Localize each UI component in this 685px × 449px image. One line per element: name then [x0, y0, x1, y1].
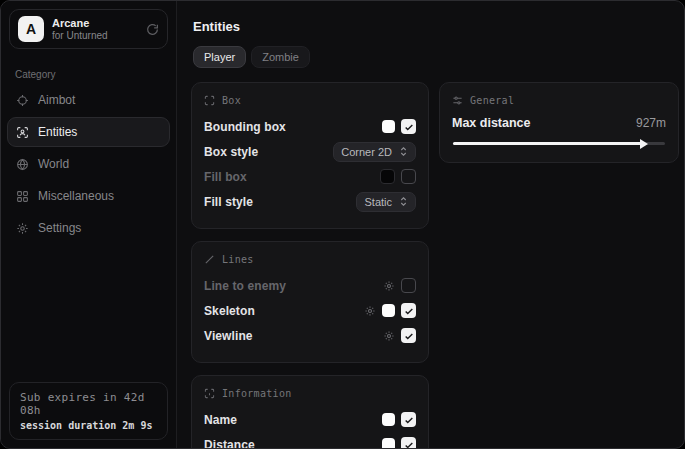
- color-swatch[interactable]: [382, 413, 395, 426]
- diagonal-line-icon: [204, 254, 215, 265]
- sidebar-item-label: World: [38, 157, 69, 171]
- sidebar-item-label: Miscellaneous: [38, 189, 114, 203]
- sidebar-nav: Aimbot Entities World Miscellaneous: [1, 84, 176, 244]
- sidebar-item-label: Entities: [38, 125, 77, 139]
- bounding-box-checkbox[interactable]: [401, 119, 416, 134]
- sidebar-item-label: Aimbot: [38, 93, 75, 107]
- row-label: Name: [204, 413, 237, 427]
- setting-row-box-style: Box style Corner 2D: [204, 141, 416, 162]
- section-title: Box: [222, 95, 241, 106]
- color-swatch[interactable]: [380, 169, 395, 184]
- category-label: Category: [15, 69, 176, 80]
- app-name: Arcane: [52, 17, 138, 30]
- tab-player[interactable]: Player: [193, 46, 246, 68]
- globe-icon: [16, 158, 29, 171]
- setting-row-distance: Distance: [204, 434, 416, 449]
- section-title: Lines: [222, 254, 254, 265]
- gear-icon: [16, 222, 29, 235]
- fill-style-dropdown[interactable]: Static: [356, 192, 416, 212]
- app-subtitle: for Unturned: [52, 30, 138, 42]
- name-checkbox[interactable]: [401, 412, 416, 427]
- sync-icon[interactable]: [146, 23, 159, 36]
- setting-row-name: Name: [204, 409, 416, 430]
- select-unfold-icon: [399, 146, 408, 157]
- row-label: Viewline: [204, 329, 253, 343]
- max-distance-slider[interactable]: [453, 138, 665, 148]
- lines-section: Lines Line to enemy Skeleton: [191, 241, 429, 363]
- row-label: Fill box: [204, 170, 247, 184]
- subscription-card: Sub expires in 42d 08h session duration …: [9, 382, 168, 440]
- row-label: Bounding box: [204, 120, 286, 134]
- corners-icon: [204, 95, 215, 106]
- row-label: Skeleton: [204, 304, 255, 318]
- setting-row-skeleton: Skeleton: [204, 300, 416, 321]
- line-to-enemy-checkbox[interactable]: [401, 278, 416, 293]
- fill-box-checkbox[interactable]: [401, 169, 416, 184]
- color-swatch[interactable]: [382, 438, 395, 449]
- dropdown-value: Corner 2D: [341, 146, 392, 158]
- section-title: Information: [222, 388, 292, 399]
- setting-row-line-to-enemy: Line to enemy: [204, 275, 416, 296]
- row-settings-gear-icon[interactable]: [383, 330, 395, 342]
- session-duration-text: session duration 2m 9s: [20, 420, 157, 431]
- logo-card: A Arcane for Unturned: [9, 9, 168, 49]
- skeleton-checkbox[interactable]: [401, 303, 416, 318]
- distance-checkbox[interactable]: [401, 437, 416, 449]
- sliders-icon: [452, 95, 463, 106]
- row-settings-gear-icon[interactable]: [383, 280, 395, 292]
- max-distance-label: Max distance: [452, 116, 531, 130]
- sidebar-item-settings[interactable]: Settings: [7, 213, 170, 243]
- tab-bar: Player Zombie: [193, 46, 679, 68]
- main-panel: Entities Player Zombie Box Bounding box: [177, 1, 685, 448]
- sidebar-item-aimbot[interactable]: Aimbot: [7, 85, 170, 115]
- slider-thumb[interactable]: [640, 139, 648, 149]
- dropdown-value: Static: [364, 196, 392, 208]
- crosshair-icon: [16, 94, 29, 107]
- sidebar-item-label: Settings: [38, 221, 81, 235]
- viewline-checkbox[interactable]: [401, 328, 416, 343]
- grid-icon: [16, 190, 29, 203]
- row-label: Fill style: [204, 195, 253, 209]
- information-section: Information Name Distance: [191, 375, 429, 449]
- sidebar-item-entities[interactable]: Entities: [7, 117, 170, 147]
- row-settings-gear-icon[interactable]: [364, 305, 376, 317]
- setting-row-fill-style: Fill style Static: [204, 191, 416, 212]
- row-label: Box style: [204, 145, 258, 159]
- app-window: A Arcane for Unturned Category Aimbot: [0, 0, 685, 449]
- sidebar-item-world[interactable]: World: [7, 149, 170, 179]
- entity-scan-icon: [16, 126, 29, 139]
- box-section: Box Bounding box Box style: [191, 82, 429, 229]
- tab-zombie[interactable]: Zombie: [251, 46, 310, 68]
- select-unfold-icon: [399, 196, 408, 207]
- setting-row-bounding-box: Bounding box: [204, 116, 416, 137]
- sidebar: A Arcane for Unturned Category Aimbot: [1, 1, 177, 448]
- row-label: Distance: [204, 438, 255, 449]
- color-swatch[interactable]: [382, 304, 395, 317]
- max-distance-value: 927m: [636, 116, 666, 130]
- info-scan-icon: [204, 388, 215, 399]
- slider-fill: [453, 142, 644, 145]
- section-title: General: [470, 95, 514, 106]
- color-swatch[interactable]: [382, 120, 395, 133]
- app-logo: A: [18, 16, 44, 42]
- sub-expiry-text: Sub expires in 42d 08h: [20, 391, 157, 417]
- general-section: General Max distance 927m: [439, 82, 679, 163]
- box-style-dropdown[interactable]: Corner 2D: [333, 142, 416, 162]
- setting-row-viewline: Viewline: [204, 325, 416, 346]
- setting-row-fill-box: Fill box: [204, 166, 416, 187]
- row-label: Line to enemy: [204, 279, 286, 293]
- page-title: Entities: [193, 19, 679, 34]
- sidebar-item-miscellaneous[interactable]: Miscellaneous: [7, 181, 170, 211]
